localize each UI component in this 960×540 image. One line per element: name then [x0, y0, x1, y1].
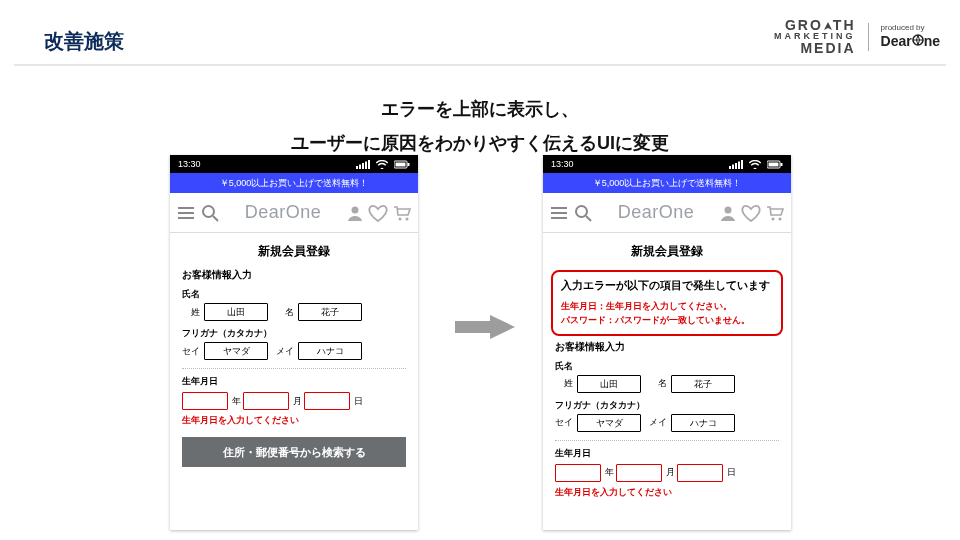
- svg-rect-2: [359, 164, 361, 169]
- app-brand: DearOne: [245, 202, 322, 223]
- svg-rect-4: [365, 161, 367, 169]
- user-icon[interactable]: [346, 204, 364, 222]
- label-dob: 生年月日: [182, 375, 406, 388]
- input-dob-y[interactable]: [182, 392, 228, 410]
- promo-banner: ￥5,000以上お買い上げで送料無料！: [543, 173, 791, 193]
- input-mei[interactable]: 花子: [671, 375, 735, 393]
- svg-rect-20: [781, 163, 783, 166]
- search-icon[interactable]: [200, 203, 220, 223]
- battery-icon: [767, 160, 783, 169]
- form-after: お客様情報入力 氏名 姓山田 名花子 フリガナ（カタカナ） セイヤマダ メイハナ…: [543, 340, 791, 499]
- page-title: 新規会員登録: [170, 233, 418, 262]
- svg-rect-15: [735, 163, 737, 169]
- svg-rect-17: [741, 160, 743, 169]
- wifi-icon: [376, 160, 388, 169]
- error-inline-dob: 生年月日を入力してください: [555, 486, 779, 499]
- svg-rect-3: [362, 163, 364, 169]
- globe-o-icon: [912, 33, 924, 49]
- search-icon[interactable]: [573, 203, 593, 223]
- svg-point-9: [203, 206, 214, 217]
- section-customer: お客様情報入力: [555, 340, 779, 354]
- error-summary-head: 入力エラーが以下の項目で発生しています: [561, 278, 773, 293]
- label-furigana: フリガナ（カタカナ）: [555, 399, 779, 412]
- promo-banner: ￥5,000以上お買い上げで送料無料！: [170, 173, 418, 193]
- address-search-button[interactable]: 住所・郵便番号から検索する: [182, 437, 406, 467]
- status-bar: 13:30: [170, 155, 418, 173]
- wifi-icon: [749, 160, 761, 169]
- svg-rect-1: [356, 166, 358, 169]
- svg-point-10: [351, 206, 358, 213]
- input-dob-y[interactable]: [555, 464, 601, 482]
- page-title: 新規会員登録: [543, 233, 791, 262]
- form-before: お客様情報入力 氏名 姓山田 名花子 フリガナ（カタカナ） セイヤマダ メイハナ…: [170, 268, 418, 467]
- label-name: 氏名: [555, 360, 779, 373]
- label-name: 氏名: [182, 288, 406, 301]
- input-mei[interactable]: 花子: [298, 303, 362, 321]
- input-furi-mei[interactable]: ハナコ: [298, 342, 362, 360]
- headline-line2: ユーザーに原因をわかりやすく伝えるUIに変更: [0, 126, 960, 160]
- slide-title: 改善施策: [44, 28, 124, 55]
- input-furi-sei[interactable]: ヤマダ: [577, 414, 641, 432]
- input-furi-mei[interactable]: ハナコ: [671, 414, 735, 432]
- svg-rect-5: [368, 160, 370, 169]
- divider: [182, 368, 406, 369]
- svg-point-24: [778, 217, 781, 220]
- input-sei[interactable]: 山田: [577, 375, 641, 393]
- menu-icon[interactable]: [549, 203, 569, 223]
- svg-rect-13: [729, 166, 731, 169]
- slide-header: 改善施策 GROTH MARKETING MEDIA produced by D…: [0, 18, 960, 55]
- app-bar: DearOne: [543, 193, 791, 233]
- status-time: 13:30: [551, 159, 574, 169]
- section-customer: お客様情報入力: [182, 268, 406, 282]
- arrow-up-icon: [823, 19, 833, 33]
- svg-point-23: [771, 217, 774, 220]
- error-inline-dob: 生年月日を入力してください: [182, 414, 406, 427]
- error-summary-box: 入力エラーが以下の項目で発生しています 生年月日：生年月日を入力してください。 …: [551, 270, 783, 336]
- signal-icon: [356, 160, 370, 169]
- svg-rect-8: [408, 163, 410, 166]
- logo-block: GROTH MARKETING MEDIA produced by Dearne: [774, 18, 940, 55]
- svg-rect-14: [732, 164, 734, 169]
- error-summary-line: 生年月日：生年月日を入力してください。: [561, 299, 773, 313]
- mock-after: 13:30 ￥5,000以上お買い上げで送料無料！ DearOne 新規会員登録…: [543, 155, 791, 530]
- headline: エラーを上部に表示し、 ユーザーに原因をわかりやすく伝えるUIに変更: [0, 92, 960, 160]
- cart-icon[interactable]: [765, 204, 785, 222]
- label-dob: 生年月日: [555, 447, 779, 460]
- input-dob-m[interactable]: [243, 392, 289, 410]
- arrow-right-icon: [455, 315, 515, 339]
- svg-point-21: [576, 206, 587, 217]
- logo-growth-marketing-media: GROTH MARKETING MEDIA: [774, 18, 856, 55]
- input-dob-m[interactable]: [616, 464, 662, 482]
- divider: [555, 440, 779, 441]
- svg-rect-7: [396, 162, 406, 166]
- svg-point-22: [724, 206, 731, 213]
- error-summary-line: パスワード：パスワードが一致していません。: [561, 313, 773, 327]
- logo-dearone: produced by Dearne: [881, 23, 940, 49]
- status-bar: 13:30: [543, 155, 791, 173]
- menu-icon[interactable]: [176, 203, 196, 223]
- input-dob-d[interactable]: [677, 464, 723, 482]
- signal-icon: [729, 160, 743, 169]
- input-dob-d[interactable]: [304, 392, 350, 410]
- app-brand: DearOne: [618, 202, 695, 223]
- battery-icon: [394, 160, 410, 169]
- heart-icon[interactable]: [368, 204, 388, 222]
- header-rule: [14, 64, 946, 66]
- cart-icon[interactable]: [392, 204, 412, 222]
- label-furigana: フリガナ（カタカナ）: [182, 327, 406, 340]
- heart-icon[interactable]: [741, 204, 761, 222]
- headline-line1: エラーを上部に表示し、: [0, 92, 960, 126]
- input-furi-sei[interactable]: ヤマダ: [204, 342, 268, 360]
- svg-rect-16: [738, 161, 740, 169]
- status-time: 13:30: [178, 159, 201, 169]
- user-icon[interactable]: [719, 204, 737, 222]
- svg-rect-19: [769, 162, 779, 166]
- app-bar: DearOne: [170, 193, 418, 233]
- input-sei[interactable]: 山田: [204, 303, 268, 321]
- logo-separator: [868, 23, 869, 51]
- mock-before: 13:30 ￥5,000以上お買い上げで送料無料！ DearOne 新規会員登録…: [170, 155, 418, 530]
- svg-point-11: [398, 217, 401, 220]
- svg-point-12: [405, 217, 408, 220]
